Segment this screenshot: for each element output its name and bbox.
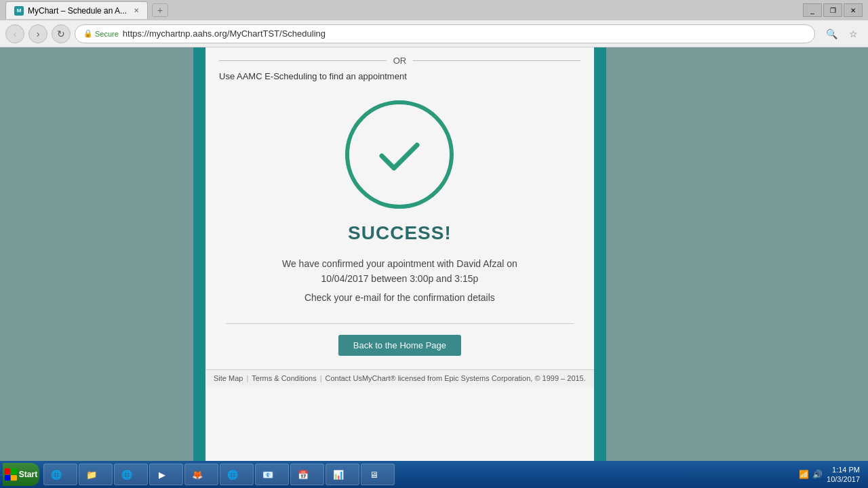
start-button[interactable]: Start [3, 463, 39, 486]
or-text: OR [393, 56, 407, 66]
new-tab-button[interactable]: + [152, 3, 168, 17]
taskbar-item-1[interactable]: 🌐 [43, 464, 77, 485]
search-icon-btn[interactable]: 🔍 [822, 24, 841, 43]
or-line-left [219, 60, 387, 61]
confirmation-text-line1: We have confirmed your apointment with D… [282, 256, 517, 287]
or-divider: OR [219, 56, 580, 66]
close-button[interactable]: ✕ [844, 3, 863, 17]
taskbar-icon-7: 📧 [261, 468, 275, 481]
footer-links: Site Map | Terms & Conditions | Contact … [214, 374, 362, 382]
minimize-button[interactable]: _ [803, 3, 822, 17]
copyright-text: MyChart® licensed from Epic Systems Corp… [362, 374, 586, 382]
taskbar-icon-1: 🌐 [50, 468, 63, 481]
taskbar-icon-3: 🌐 [120, 468, 134, 481]
nav-bar: ‹ › ↻ 🔒 Secure https://mychartnp.aahs.or… [0, 20, 868, 47]
start-label: Start [19, 470, 37, 479]
right-accent-bar [594, 47, 606, 488]
back-button[interactable]: ‹ [5, 24, 24, 43]
lock-icon: 🔒 [83, 29, 93, 38]
clock-time: 1:14 PM [827, 465, 860, 474]
e-scheduling-text: Use AAMC E-Scheduling to find an appoint… [219, 71, 580, 81]
taskbar-icon-6: 🌐 [226, 468, 239, 481]
left-background [0, 47, 193, 488]
success-title: SUCCESS! [348, 222, 452, 244]
divider-line [226, 323, 574, 324]
taskbar-item-9[interactable]: 📊 [326, 464, 359, 485]
right-background [606, 47, 868, 488]
home-page-button[interactable]: Back to the Home Page [338, 335, 461, 356]
inner-content: OR Use AAMC E-Scheduling to find an appo… [205, 47, 594, 488]
system-icons: 📶 🔊 [798, 469, 823, 480]
taskbar-icon-5: 🦊 [191, 468, 204, 481]
content-wrapper: OR Use AAMC E-Scheduling to find an appo… [193, 47, 606, 488]
site-map-link[interactable]: Site Map [214, 374, 243, 382]
secure-label: Secure [95, 30, 119, 38]
taskbar-right: 📶 🔊 1:14 PM 10/3/2017 [793, 465, 865, 485]
address-bar[interactable]: 🔒 Secure https://mychartnp.aahs.org/MyCh… [75, 24, 815, 43]
checkmark-icon [372, 127, 427, 182]
url-text: https://mychartnp.aahs.org/MyChartTST/Sc… [123, 28, 326, 39]
taskbar-icon-8: 📅 [296, 468, 310, 481]
forward-button[interactable]: › [28, 24, 47, 43]
tab-close-button[interactable]: ✕ [134, 7, 139, 14]
taskbar-item-5[interactable]: 🦊 [184, 464, 218, 485]
taskbar: Start 🌐 📁 🌐 ▶ 🦊 🌐 📧 📅 📊 🖥 [0, 461, 868, 488]
network-icon: 📶 [798, 469, 809, 480]
taskbar-item-6[interactable]: 🌐 [220, 464, 254, 485]
clock-date: 10/3/2017 [827, 474, 860, 484]
window-controls: _ ❐ ✕ [803, 3, 863, 17]
tab-title: MyChart – Schedule an A... [28, 6, 127, 16]
taskbar-items: 🌐 📁 🌐 ▶ 🦊 🌐 📧 📅 📊 🖥 [41, 464, 791, 485]
taskbar-item-10[interactable]: 🖥 [361, 464, 395, 485]
volume-icon: 🔊 [812, 469, 823, 480]
taskbar-icon-2: 📁 [85, 468, 98, 481]
taskbar-item-3[interactable]: 🌐 [114, 464, 148, 485]
browser-tab[interactable]: M MyChart – Schedule an A... ✕ [5, 1, 148, 19]
clock: 1:14 PM 10/3/2017 [827, 465, 860, 485]
email-note: Check your e-mail for the confirmation d… [304, 292, 495, 303]
taskbar-item-7[interactable]: 📧 [255, 464, 289, 485]
nav-icons: 🔍 ☆ [822, 24, 863, 43]
success-circle [345, 100, 454, 209]
taskbar-item-2[interactable]: 📁 [79, 464, 113, 485]
contact-link[interactable]: Contact Us [326, 374, 362, 382]
refresh-button[interactable]: ↻ [52, 24, 71, 43]
windows-logo [5, 468, 17, 481]
restore-button[interactable]: ❐ [823, 3, 842, 17]
left-accent-bar [193, 47, 205, 488]
terms-link[interactable]: Terms & Conditions [252, 374, 316, 382]
page-body: OR Use AAMC E-Scheduling to find an appo… [0, 47, 868, 488]
taskbar-item-4[interactable]: ▶ [149, 464, 183, 485]
tab-favicon: M [14, 6, 24, 16]
taskbar-item-8[interactable]: 📅 [290, 464, 324, 485]
secure-badge: 🔒 Secure [83, 29, 119, 38]
or-line-right [413, 60, 580, 61]
taskbar-icon-9: 📊 [332, 468, 345, 481]
taskbar-icon-4: ▶ [155, 468, 169, 481]
bookmark-icon-btn[interactable]: ☆ [844, 24, 863, 43]
taskbar-icon-10: 🖥 [367, 468, 380, 481]
success-area: SUCCESS! We have confirmed your apointme… [205, 87, 594, 369]
top-section: OR Use AAMC E-Scheduling to find an appo… [205, 47, 594, 87]
title-bar: M MyChart – Schedule an A... ✕ + _ ❐ ✕ [0, 0, 868, 20]
